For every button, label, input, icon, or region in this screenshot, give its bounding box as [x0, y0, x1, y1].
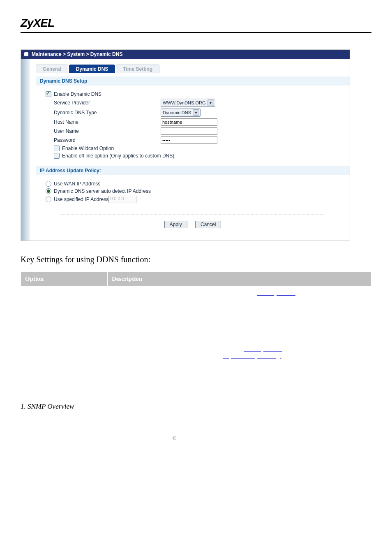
ddns-type-select[interactable]: Dynamic DNS ▼: [161, 109, 201, 117]
chevron-down-icon: ▼: [193, 109, 199, 116]
enable-ddns-checkbox[interactable]: [46, 91, 51, 97]
user-name-label: User Name: [46, 128, 161, 134]
password-label: Password: [46, 137, 161, 143]
logo: ZyXEL: [21, 16, 54, 29]
service-provider-label: Service Provider: [46, 100, 161, 106]
table-row: Enable Wildcard Enter the hostname for t…: [21, 342, 371, 363]
col-option: Option: [21, 272, 108, 286]
table-row: Service Provider Enter the DDNS server i…: [21, 286, 371, 300]
footer: All contents copyright © 2007 ZyXEL Comm…: [21, 435, 371, 442]
table-row: Host Name Enter the hostname you subscri…: [21, 300, 371, 314]
tab-time-setting[interactable]: Time Setting: [116, 65, 159, 73]
cancel-button[interactable]: Cancel: [195, 221, 221, 228]
service-provider-value: WWW.DynDNS.ORG: [163, 100, 206, 105]
dyndns-link[interactable]: www.dyndns.org: [257, 289, 299, 296]
specified-ip-input[interactable]: 0.0.0.0: [108, 196, 136, 203]
radio-specified-ip-label: Use specified IP Address: [54, 197, 108, 202]
tabs: General Dynamic DNS Time Setting: [36, 65, 350, 73]
snmp-overview-heading: 1. SNMP Overview: [21, 402, 371, 411]
breadcrumb: Maintenance > System > Dynamic DNS: [21, 50, 350, 59]
tab-dynamic-dns[interactable]: Dynamic DNS: [69, 65, 115, 73]
service-provider-select[interactable]: WWW.DynDNS.ORG ▼: [161, 99, 215, 107]
host-name-label: Host Name: [46, 119, 161, 125]
offline-label: Enable off line option (Only applies to …: [62, 153, 174, 159]
host-name-input[interactable]: [161, 118, 217, 126]
chevron-down-icon: ▼: [208, 99, 214, 106]
breadcrumb-text: Maintenance > System > Dynamic DNS: [32, 51, 122, 57]
snmp-section-heading: Network Management Using SNMP: [21, 379, 371, 390]
side-gradient: [21, 59, 30, 240]
breadcrumb-icon: [24, 52, 28, 56]
table-row: Password Enter the password that the DDN…: [21, 328, 371, 342]
tab-general[interactable]: General: [36, 65, 68, 73]
ddns-type-label: Dynamic DNS Type: [46, 110, 161, 116]
apply-button[interactable]: Apply: [164, 221, 187, 228]
enable-ddns-label: Enable Dynamic DNS: [54, 91, 101, 97]
dyndns-link[interactable]: www.dyndns.org: [244, 345, 286, 352]
wildcard-checkbox[interactable]: [54, 146, 60, 151]
radio-specified-ip[interactable]: [46, 197, 51, 202]
user-name-input[interactable]: [161, 127, 217, 135]
radio-auto-detect-label: Dynamic DNS server auto detect IP Addres…: [54, 188, 151, 194]
table-row: User Name Enter the user name that the D…: [21, 314, 371, 328]
radio-wan-ip[interactable]: [46, 181, 51, 187]
separator: [60, 215, 325, 215]
offline-checkbox[interactable]: [54, 153, 60, 159]
ddns-type-value: Dynamic DNS: [163, 110, 191, 115]
password-input[interactable]: [161, 136, 217, 144]
radio-auto-detect[interactable]: [46, 188, 51, 194]
col-description: Description: [108, 272, 371, 286]
key-settings-table: Option Description Service Provider Ente…: [21, 272, 371, 363]
wildcard-label: Enable Wildcard Option: [62, 146, 114, 151]
config-screenshot: Maintenance > System > Dynamic DNS Gener…: [21, 49, 350, 241]
dyndns-url-link[interactable]: http://www.dyndns.org/: [223, 352, 281, 359]
section-ddns-setup-title: Dynamic DNS Setup: [36, 76, 350, 86]
key-settings-heading: Key Settings for using DDNS function:: [21, 255, 371, 264]
radio-wan-ip-label: Use WAN IP Address: [54, 181, 100, 187]
section-ip-policy-title: IP Address Update Policy:: [36, 166, 350, 175]
